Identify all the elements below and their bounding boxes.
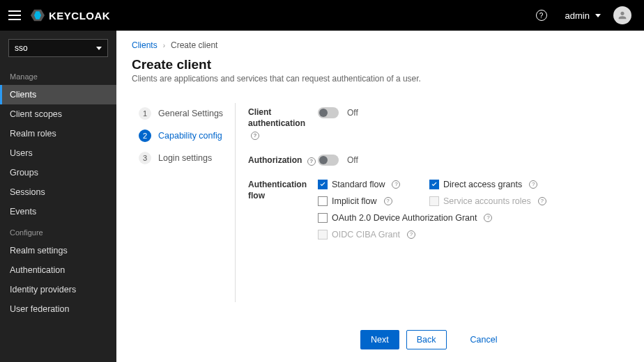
sidebar-item-authentication[interactable]: Authentication bbox=[0, 260, 116, 280]
help-icon[interactable]: ? bbox=[251, 132, 259, 140]
realm-selected-value: sso bbox=[15, 43, 28, 53]
switch-client-authentication[interactable] bbox=[318, 107, 339, 118]
sidebar-item-events[interactable]: Events bbox=[0, 202, 116, 221]
help-icon[interactable]: ? bbox=[307, 157, 316, 166]
sidebar-section-manage: Manage bbox=[0, 65, 116, 85]
wizard-step-login-settings[interactable]: 3 Login settings bbox=[139, 152, 235, 164]
keycloak-hex-icon bbox=[31, 8, 45, 22]
sidebar-item-identity-providers[interactable]: Identity providers bbox=[0, 280, 116, 299]
sidebar-item-groups[interactable]: Groups bbox=[0, 163, 116, 182]
help-icon[interactable]: ? bbox=[538, 197, 546, 205]
back-button[interactable]: Back bbox=[406, 330, 447, 349]
checkbox-standard-flow[interactable]: Standard flow ? bbox=[318, 180, 429, 189]
breadcrumb: Clients › Create client bbox=[132, 40, 629, 50]
help-icon[interactable]: ? bbox=[392, 180, 400, 189]
brand-logo[interactable]: KEYCLOAK bbox=[31, 8, 110, 22]
sidebar-item-realm-settings[interactable]: Realm settings bbox=[0, 241, 116, 260]
switch-authorization[interactable] bbox=[318, 155, 339, 166]
help-icon[interactable]: ? bbox=[384, 197, 392, 205]
sidebar: sso Manage Clients Client scopes Realm r… bbox=[0, 31, 116, 362]
wizard-footer: Next Back Cancel bbox=[360, 330, 629, 349]
label-authentication-flow: Authentication flow bbox=[248, 180, 307, 200]
wizard-step-capability-config[interactable]: 2 Capability config bbox=[139, 129, 235, 142]
chevron-right-icon: › bbox=[163, 42, 165, 49]
breadcrumb-root-link[interactable]: Clients bbox=[132, 40, 158, 50]
sidebar-item-clients[interactable]: Clients bbox=[0, 85, 116, 104]
page-title: Create client bbox=[132, 57, 629, 72]
row-authorization: Authorization ? Off bbox=[248, 155, 629, 166]
help-icon[interactable]: ? bbox=[407, 230, 415, 239]
app-header: KEYCLOAK ? admin bbox=[0, 0, 644, 31]
switch-state-authorization: Off bbox=[347, 155, 358, 165]
chevron-down-icon bbox=[595, 14, 601, 17]
sidebar-item-realm-roles[interactable]: Realm roles bbox=[0, 124, 116, 143]
wizard-steps: 1 General Settings 2 Capability config 3… bbox=[132, 103, 235, 302]
checkbox-direct-access-grants[interactable]: Direct access grants ? bbox=[429, 180, 555, 189]
help-icon[interactable]: ? bbox=[536, 10, 547, 21]
checkbox-oauth2-device-grant[interactable]: OAuth 2.0 Device Authorization Grant ? bbox=[318, 213, 555, 223]
label-authorization: Authorization bbox=[248, 155, 302, 165]
next-button[interactable]: Next bbox=[360, 330, 399, 349]
checkbox-service-accounts-roles: Service accounts roles ? bbox=[429, 196, 555, 206]
realm-selector[interactable]: sso bbox=[8, 39, 108, 57]
chevron-down-icon bbox=[96, 47, 102, 50]
main-content: Clients › Create client Create client Cl… bbox=[116, 31, 644, 362]
breadcrumb-current: Create client bbox=[171, 40, 217, 50]
menu-toggle-icon[interactable] bbox=[8, 10, 21, 20]
wizard-content: Client authentication ? Off Authorizatio… bbox=[235, 103, 629, 302]
wizard-step-general-settings[interactable]: 1 General Settings bbox=[139, 107, 235, 120]
sidebar-item-sessions[interactable]: Sessions bbox=[0, 182, 116, 202]
brand-text: KEYCLOAK bbox=[49, 10, 110, 22]
help-icon[interactable]: ? bbox=[484, 214, 492, 222]
sidebar-item-user-federation[interactable]: User federation bbox=[0, 299, 116, 319]
checkbox-implicit-flow[interactable]: Implicit flow ? bbox=[318, 196, 429, 206]
switch-state-client-authentication: Off bbox=[347, 108, 358, 118]
sidebar-item-users[interactable]: Users bbox=[0, 143, 116, 163]
sidebar-item-client-scopes[interactable]: Client scopes bbox=[0, 104, 116, 124]
person-icon bbox=[617, 10, 628, 21]
user-menu[interactable]: admin bbox=[565, 10, 601, 21]
checkbox-oidc-ciba-grant: OIDC CIBA Grant ? bbox=[318, 230, 555, 239]
avatar[interactable] bbox=[613, 6, 631, 24]
wizard: 1 General Settings 2 Capability config 3… bbox=[132, 103, 629, 302]
page-description: Clients are applications and services th… bbox=[132, 74, 629, 84]
help-icon[interactable]: ? bbox=[529, 180, 537, 189]
row-authentication-flow: Authentication flow Standard flow ? Di bbox=[248, 180, 629, 239]
cancel-button[interactable]: Cancel bbox=[461, 330, 507, 349]
label-client-authentication: Client authentication bbox=[248, 107, 305, 128]
row-client-authentication: Client authentication ? Off bbox=[248, 107, 629, 141]
sidebar-section-configure: Configure bbox=[0, 221, 116, 241]
user-label: admin bbox=[565, 10, 590, 21]
